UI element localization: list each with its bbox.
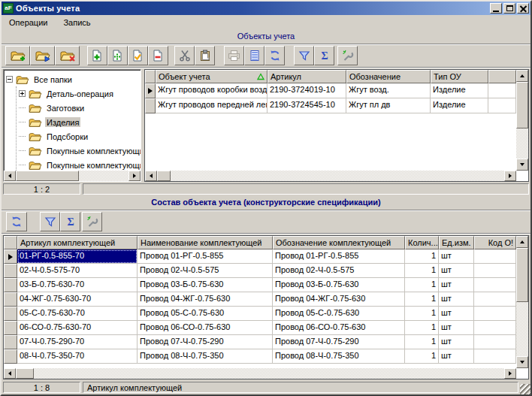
cell-unit[interactable]: шт bbox=[439, 292, 474, 307]
column-header-article[interactable]: Артикул комплектующей bbox=[17, 236, 138, 249]
objects-vertical-scrollbar[interactable] bbox=[516, 70, 528, 171]
refresh-button[interactable] bbox=[264, 46, 285, 65]
cell-object[interactable]: Жгут проводов передней лев bbox=[156, 98, 268, 113]
tree-item-detail-operation[interactable]: Деталь-операция bbox=[6, 86, 141, 101]
sum-button[interactable]: Σ bbox=[60, 212, 80, 231]
column-header-quantity[interactable]: Колич... bbox=[405, 236, 439, 249]
cell-article[interactable]: 07-Ч-0.75-290-70 bbox=[17, 335, 138, 349]
paste-button[interactable] bbox=[195, 46, 215, 65]
cell-unit[interactable]: шт bbox=[439, 349, 474, 364]
cell-designation[interactable]: Провод 05-С-0.75-630 bbox=[273, 307, 405, 321]
cell-quantity[interactable]: 1 bbox=[405, 292, 439, 307]
cell-name[interactable]: Провод 05-С-0.75-630 bbox=[138, 307, 273, 321]
column-header-designation[interactable]: Обозначение комплектующей bbox=[273, 236, 405, 249]
column-header-name[interactable]: Наименование комплектующей bbox=[138, 236, 273, 249]
cell-quantity[interactable]: 1 bbox=[405, 335, 439, 349]
tree-item-label[interactable]: Все папки bbox=[32, 74, 74, 84]
column-header-type[interactable]: Тип ОУ bbox=[431, 70, 488, 83]
print-button[interactable] bbox=[224, 46, 244, 65]
tree-item-label[interactable]: Покупные комплектующи bbox=[45, 160, 141, 170]
folder-add-button[interactable] bbox=[5, 46, 30, 65]
cell-article[interactable]: 02-Ч-0.5-575-70 bbox=[17, 264, 138, 278]
minimize-button[interactable] bbox=[490, 3, 502, 14]
record-add-button[interactable] bbox=[87, 46, 107, 65]
cell-name[interactable]: Провод 04-ЖГ-0.75-630 bbox=[138, 292, 273, 307]
cell-name[interactable]: Провод 02-Ч-0.5-575 bbox=[138, 264, 273, 278]
cell-code[interactable] bbox=[474, 292, 516, 307]
cell-article-selected[interactable]: 01-РГ-0.5-855-70 bbox=[17, 249, 138, 264]
cell-unit[interactable]: шт bbox=[439, 307, 474, 321]
resize-grip[interactable] bbox=[520, 384, 530, 394]
close-button[interactable] bbox=[517, 3, 529, 14]
cell-designation[interactable]: Провод 07-Ч-0.75-290 bbox=[273, 335, 405, 349]
maximize-button[interactable] bbox=[503, 3, 515, 14]
cell-code[interactable] bbox=[474, 264, 516, 278]
folder-open-button[interactable] bbox=[30, 46, 55, 65]
record-delete-button[interactable] bbox=[148, 46, 168, 65]
column-header-code[interactable]: Код О! bbox=[474, 236, 516, 249]
cell-designation[interactable]: Жгут возд. bbox=[346, 83, 431, 98]
tree-item-label[interactable]: Заготовки bbox=[45, 103, 86, 113]
cell-designation[interactable]: Провод 04-ЖГ-0.75-630 bbox=[273, 292, 405, 307]
cell-name[interactable]: Провод 07-Ч-0.75-290 bbox=[138, 335, 273, 349]
filter-button[interactable] bbox=[40, 212, 60, 231]
cell-quantity[interactable]: 1 bbox=[405, 278, 439, 292]
cell-code[interactable] bbox=[474, 349, 516, 364]
tree-horizontal-scrollbar[interactable] bbox=[4, 171, 141, 181]
column-header-object[interactable]: Объект учета bbox=[156, 70, 268, 83]
components-row-8[interactable]: 08-Ч-0.75-350-70 Провод 08-Ч-0.75-350 Пр… bbox=[4, 349, 528, 364]
title-bar[interactable]: aF Объекты учета bbox=[2, 2, 530, 15]
sum-button[interactable]: Σ bbox=[314, 46, 334, 65]
components-row-5[interactable]: 05-С-0.75-630-70 Провод 05-С-0.75-630 Пр… bbox=[4, 307, 528, 321]
folder-delete-button[interactable] bbox=[55, 46, 80, 65]
components-row-6[interactable]: 06-СО-0.75-630-70 Провод 06-СО-0.75-630 … bbox=[4, 321, 528, 335]
cell-article[interactable]: 06-СО-0.75-630-70 bbox=[17, 321, 138, 335]
objects-row-1[interactable]: Жгут проводов коробки возд 2190-3724019-… bbox=[145, 83, 528, 98]
cell-name[interactable]: Провод 06-СО-0.75-630 bbox=[138, 321, 273, 335]
cell-unit[interactable]: шт bbox=[439, 335, 474, 349]
scrollbar-thumb[interactable] bbox=[16, 171, 79, 181]
components-row-7[interactable]: 07-Ч-0.75-290-70 Провод 07-Ч-0.75-290 Пр… bbox=[4, 335, 528, 349]
scroll-up-button[interactable] bbox=[516, 70, 528, 82]
cell-quantity[interactable]: 1 bbox=[405, 349, 439, 364]
tree-item-label[interactable]: Деталь-операция bbox=[45, 89, 115, 98]
filter-button[interactable] bbox=[294, 46, 314, 65]
cell-name[interactable]: Провод 01-РГ-0.5-855 bbox=[138, 249, 273, 264]
cell-article[interactable]: 2190-3724545-10 bbox=[268, 98, 346, 113]
scroll-up-button[interactable] bbox=[516, 236, 528, 248]
cell-unit[interactable]: шт bbox=[439, 278, 474, 292]
cell-designation[interactable]: Провод 01-РГ-0.5-855 bbox=[273, 249, 405, 264]
cell-designation[interactable]: Провод 03-Б-0.75-630 bbox=[273, 278, 405, 292]
components-row-2[interactable]: 02-Ч-0.5-575-70 Провод 02-Ч-0.5-575 Пров… bbox=[4, 264, 528, 278]
components-row-3[interactable]: 03-Б-0.75-630-70 Провод 03-Б-0.75-630 Пр… bbox=[4, 278, 528, 292]
tree-item-subassemblies[interactable]: Подсборки bbox=[6, 129, 141, 144]
cell-code[interactable] bbox=[474, 335, 516, 349]
scrollbar-thumb[interactable] bbox=[516, 248, 528, 302]
cell-quantity[interactable]: 1 bbox=[405, 307, 439, 321]
menu-operations[interactable]: Операции bbox=[7, 17, 50, 29]
columns-button[interactable] bbox=[244, 46, 264, 65]
tree-item-purchased-1[interactable]: Покупные комплектующи bbox=[6, 144, 141, 158]
settings-button[interactable] bbox=[337, 46, 358, 65]
record-edit-button[interactable] bbox=[128, 46, 148, 65]
cell-empty[interactable] bbox=[488, 83, 516, 98]
objects-horizontal-scrollbar[interactable] bbox=[145, 171, 516, 181]
tree-item-purchased-2[interactable]: Покупные комплектующи bbox=[6, 158, 141, 171]
refresh-button[interactable] bbox=[6, 212, 27, 231]
tree-item-label-selected[interactable]: Изделия bbox=[45, 117, 80, 127]
tree-item-all-folders[interactable]: Все папки bbox=[6, 72, 141, 86]
tree-item-blanks[interactable]: Заготовки bbox=[6, 101, 141, 115]
cell-type[interactable]: Изделие bbox=[431, 83, 488, 98]
record-add-child-button[interactable] bbox=[107, 46, 128, 65]
cell-object[interactable]: Жгут проводов коробки возд bbox=[156, 83, 268, 98]
cell-quantity[interactable]: 1 bbox=[405, 249, 439, 264]
cell-unit[interactable]: шт bbox=[439, 264, 474, 278]
column-header-article[interactable]: Артикул bbox=[268, 70, 346, 83]
scroll-right-button[interactable] bbox=[128, 171, 141, 181]
cell-designation[interactable]: Жгут пл дв bbox=[346, 98, 431, 113]
cell-name[interactable]: Провод 03-Б-0.75-630 bbox=[138, 278, 273, 292]
cell-designation[interactable]: Провод 08-Ч-0.75-350 bbox=[273, 349, 405, 364]
scroll-right-button[interactable] bbox=[504, 171, 516, 181]
components-vertical-scrollbar[interactable] bbox=[516, 236, 528, 368]
cut-button[interactable] bbox=[174, 46, 195, 65]
